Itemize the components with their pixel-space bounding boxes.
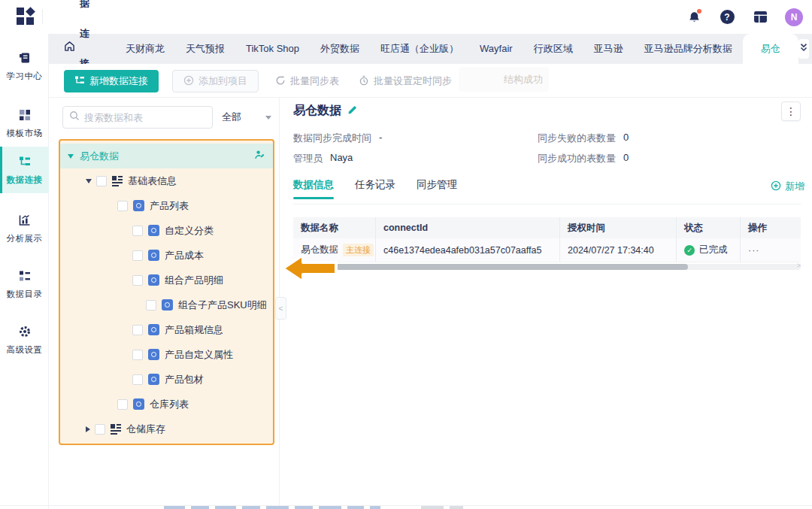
search-input[interactable] xyxy=(84,112,217,123)
meta-failed-tables: 同步失败的表数量0 xyxy=(538,132,629,145)
tree-item-group[interactable]: 基础表信息 xyxy=(60,168,273,193)
checkbox[interactable] xyxy=(117,399,128,410)
divider xyxy=(49,97,812,98)
horizontal-scrollbar[interactable] xyxy=(293,264,801,270)
app-root: ? N 学习中心 模板市场 数据连接 分析展示 数据目录 xyxy=(0,0,812,509)
data-tree-highlighted: 易仓数据 基础表信息 产品列表 自定义分类 xyxy=(59,139,274,445)
toolbar: 新增数据连接 添加到项目 批量同步表 批量设置定时同步 xyxy=(64,70,455,92)
checkbox[interactable] xyxy=(132,250,143,261)
tab-item-active[interactable]: 易仓 xyxy=(743,34,798,64)
tree-item-table[interactable]: 仓库列表 xyxy=(60,392,273,417)
cell-action: ··· xyxy=(741,238,801,262)
table-icon xyxy=(148,324,159,335)
tab-item[interactable]: 天财商龙 xyxy=(115,34,175,64)
tab-item[interactable]: Wayfair xyxy=(469,34,523,64)
cell-data-name: 易仓数据 主连接 xyxy=(293,238,376,262)
primary-connection-badge: 主连接 xyxy=(343,244,374,256)
tab-data-info[interactable]: 数据信息 xyxy=(293,178,334,199)
checkbox[interactable] xyxy=(132,275,143,286)
tree-item-connection[interactable]: 易仓数据 xyxy=(60,144,273,168)
tree-item-table[interactable]: 产品箱规信息 xyxy=(60,317,273,342)
scroll-right-hint-icon: > xyxy=(797,262,801,269)
search-box xyxy=(62,106,213,129)
connection-tab-bar: 数据连接市场 天财商龙 天气预报 TikTok Shop 外贸数据 旺店通（企业… xyxy=(49,34,812,64)
tab-item[interactable]: TikTok Shop xyxy=(235,34,310,64)
search-icon xyxy=(69,111,80,124)
caret-right-icon[interactable] xyxy=(86,426,90,432)
tab-task-records[interactable]: 任务记录 xyxy=(355,178,395,199)
caret-down-icon[interactable] xyxy=(86,179,92,183)
sidebar-item-data-catalog[interactable]: 数据目录 xyxy=(0,261,49,308)
admin-user-edit-icon[interactable] xyxy=(255,150,265,162)
chevron-double-down-icon xyxy=(798,42,809,56)
tab-item[interactable]: 外贸数据 xyxy=(310,34,370,64)
sidebar-item-learning-center[interactable]: 学习中心 xyxy=(0,43,49,89)
tree-item-table[interactable]: 自定义分类 xyxy=(60,218,273,243)
divider xyxy=(293,204,801,205)
checkbox[interactable] xyxy=(96,176,107,186)
tree-item-table[interactable]: 产品列表 xyxy=(60,193,273,218)
tab-sync-management[interactable]: 同步管理 xyxy=(417,178,457,199)
tree-item-table[interactable]: 组合产品明细 xyxy=(60,268,273,292)
notification-dot xyxy=(697,9,701,14)
panel-collapse-button[interactable]: < xyxy=(275,297,286,320)
tab-item[interactable]: 亚马逊品牌分析数据 xyxy=(634,34,743,64)
meta-success-tables: 同步成功的表数量0 xyxy=(538,152,629,165)
table-header: 数据名称 connectId 授权时间 状态 操作 xyxy=(293,217,801,238)
edit-pencil-icon[interactable] xyxy=(347,105,358,118)
tab-home-marketplace[interactable]: 数据连接市场 xyxy=(49,34,102,64)
row-more-actions-button[interactable]: ··· xyxy=(748,245,760,256)
batch-sync-tables-button[interactable]: 批量同步表 xyxy=(272,70,342,92)
checkbox[interactable] xyxy=(132,374,143,385)
tree-item-group-collapsed[interactable]: 仓储库存 xyxy=(60,417,273,441)
app-logo-icon[interactable] xyxy=(17,8,36,27)
checkbox[interactable] xyxy=(132,325,143,335)
user-avatar[interactable]: N xyxy=(785,8,803,26)
workspace-layout-icon[interactable] xyxy=(752,9,768,26)
filter-dropdown[interactable]: 全部 xyxy=(217,106,276,129)
checkbox[interactable] xyxy=(132,226,143,236)
cell-status: ✓ 已完成 xyxy=(677,238,741,262)
chevron-down-icon xyxy=(265,116,271,120)
help-icon[interactable]: ? xyxy=(719,9,735,26)
caret-down-icon[interactable] xyxy=(68,154,74,159)
new-data-connection-button[interactable]: 新增数据连接 xyxy=(64,70,159,92)
sidebar-item-template-market[interactable]: 模板市场 xyxy=(0,100,49,147)
checkbox[interactable] xyxy=(95,424,105,435)
settings-gear-icon xyxy=(18,325,32,341)
timer-icon xyxy=(359,75,369,88)
tab-item[interactable]: 旺店通（企业版） xyxy=(370,34,469,64)
tree-item-table[interactable]: 产品成本 xyxy=(60,243,273,268)
toast-fading: 结构成功 xyxy=(459,67,549,92)
tab-item[interactable]: 天气预报 xyxy=(175,34,235,64)
notification-bell-icon[interactable] xyxy=(686,9,702,26)
detail-tabs: 数据信息 任务记录 同步管理 xyxy=(293,178,457,199)
col-data-name: 数据名称 xyxy=(293,217,376,238)
plus-circle-icon xyxy=(183,75,194,88)
table-icon xyxy=(148,374,159,385)
tab-item[interactable]: 亚马逊 xyxy=(583,34,634,64)
sidebar-item-data-connection[interactable]: 数据连接 xyxy=(0,147,49,193)
left-nav-rail: 学习中心 模板市场 数据连接 分析展示 数据目录 高级设置 xyxy=(0,34,49,509)
tab-item[interactable]: 行政区域 xyxy=(523,34,583,64)
scrollbar-thumb[interactable] xyxy=(293,264,688,270)
add-new-button[interactable]: 新增 xyxy=(771,180,804,193)
tree-item-table[interactable]: 组合子产品SKU明细 xyxy=(60,292,273,317)
add-to-project-button[interactable]: 添加到项目 xyxy=(172,70,259,92)
tab-overflow-button[interactable] xyxy=(798,39,809,59)
detail-title: 易仓数据 xyxy=(293,103,341,119)
batch-schedule-sync-button[interactable]: 批量设置定时同步 xyxy=(356,70,455,92)
more-actions-button[interactable]: ⋮ xyxy=(781,101,801,121)
checkbox[interactable] xyxy=(132,350,143,360)
template-market-icon xyxy=(18,108,32,125)
table-group-icon xyxy=(112,176,123,186)
sidebar-item-advanced-settings[interactable]: 高级设置 xyxy=(0,317,49,363)
table-icon xyxy=(148,274,159,286)
checkbox[interactable] xyxy=(146,300,156,311)
sidebar-item-analysis[interactable]: 分析展示 xyxy=(0,205,49,252)
tree-item-table[interactable]: 产品自定义属性 xyxy=(60,342,273,367)
bottom-cutoff-strip xyxy=(0,505,812,509)
table-row[interactable]: 易仓数据 主连接 c46e1374edea4afeb031a57c07aaffa… xyxy=(293,238,801,262)
checkbox[interactable] xyxy=(117,201,128,211)
tree-item-table[interactable]: 产品包材 xyxy=(60,367,273,392)
